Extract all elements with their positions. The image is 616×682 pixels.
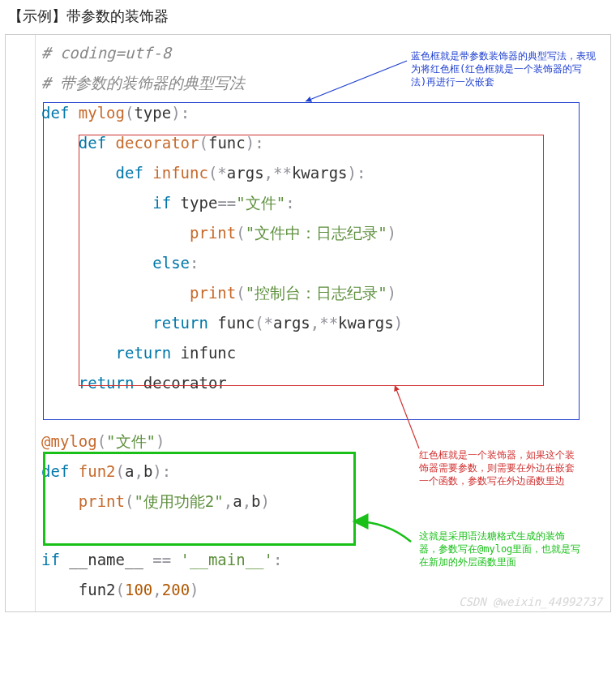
- string: "文件": [236, 194, 285, 212]
- indent: [41, 374, 79, 392]
- punct: ,**: [264, 164, 292, 182]
- code-line: 4 def decorator(func):: [6, 128, 610, 158]
- punct: ):: [171, 104, 190, 122]
- punct: (*: [208, 164, 227, 182]
- param: args: [273, 314, 310, 332]
- indent: [41, 492, 79, 510]
- code-line: 8 else:: [6, 248, 610, 278]
- punct: ):: [246, 134, 264, 152]
- code-lines: 1 # coding=utf-8 2 # 带参数的装饰器的典型写法 3 def …: [6, 35, 610, 611]
- punct: :: [190, 254, 199, 272]
- punct: (: [97, 432, 106, 450]
- punct: ): [190, 581, 199, 598]
- ident: func: [217, 314, 255, 332]
- punct: ):: [348, 164, 366, 182]
- punct: ,: [224, 492, 233, 510]
- indent: [41, 164, 116, 182]
- string: "使用功能2": [134, 492, 223, 510]
- param: a: [125, 462, 134, 480]
- kw: else: [152, 254, 190, 272]
- punct: ):: [152, 462, 171, 480]
- code-line: 18 if __name__ == '__main__':: [6, 545, 610, 575]
- kw: return: [116, 344, 181, 362]
- punct: :: [285, 194, 294, 212]
- kw: def: [79, 134, 116, 152]
- indent: [41, 224, 190, 242]
- ident: fun2: [79, 581, 116, 598]
- indent: [41, 134, 79, 152]
- indent: [41, 344, 116, 362]
- kw: return: [79, 374, 143, 392]
- string: "控制台：日志纪录": [246, 284, 387, 302]
- indent: [41, 254, 152, 272]
- ident: infunc: [152, 164, 208, 182]
- kw: def: [41, 104, 79, 122]
- param: args: [227, 164, 264, 182]
- punct: (*: [255, 314, 273, 332]
- punct: ): [387, 284, 396, 302]
- punct: ,: [134, 462, 143, 480]
- punct: (: [199, 134, 207, 152]
- kw: if: [152, 194, 180, 212]
- ident: print: [190, 284, 236, 302]
- param: func: [208, 134, 246, 152]
- code-line: 15 def fun2(a,b):: [6, 457, 610, 487]
- number: 200: [162, 581, 190, 598]
- code-line: 9 print("控制台：日志纪录"): [6, 278, 610, 308]
- kw: return: [152, 314, 217, 332]
- ident: decorator: [143, 374, 227, 392]
- comment: # coding=utf-8: [41, 44, 171, 62]
- param: b: [251, 492, 260, 510]
- gutter: [6, 35, 36, 611]
- param: kwargs: [292, 164, 348, 182]
- string: '__main__': [181, 551, 273, 568]
- param: a: [233, 492, 242, 510]
- decorator: @mylog: [41, 432, 97, 450]
- code-line: 10 return func(*args,**kwargs): [6, 308, 610, 338]
- punct: ): [156, 432, 165, 450]
- indent: [41, 194, 152, 212]
- code-line: 5 def infunc(*args,**kwargs):: [6, 158, 610, 188]
- op: ==: [217, 194, 236, 212]
- page-title: 【示例】带参数的装饰器: [0, 0, 616, 34]
- punct: (: [116, 581, 125, 598]
- code-block: 1 # coding=utf-8 2 # 带参数的装饰器的典型写法 3 def …: [5, 34, 611, 612]
- comment: # 带参数的装饰器的典型写法: [41, 74, 245, 92]
- punct: (: [236, 224, 245, 242]
- string: "文件中：日志纪录": [246, 224, 387, 242]
- ident: print: [190, 224, 236, 242]
- kw: def: [41, 462, 79, 480]
- punct: (: [236, 284, 245, 302]
- ident: type: [181, 194, 218, 212]
- ident: __name__: [69, 551, 143, 568]
- punct: :: [273, 551, 282, 568]
- op: ==: [143, 551, 181, 568]
- number: 100: [125, 581, 152, 598]
- punct: (: [125, 104, 134, 122]
- code-line: 17: [6, 517, 610, 545]
- indent: [41, 284, 190, 302]
- code-line: 7 print("文件中：日志纪录"): [6, 218, 610, 248]
- param: b: [143, 462, 152, 480]
- punct: ): [394, 314, 403, 332]
- code-line: 14 @mylog("文件"): [6, 427, 610, 457]
- code-line: 13: [6, 398, 610, 427]
- punct: (: [125, 492, 134, 510]
- indent: [41, 314, 152, 332]
- punct: (: [116, 462, 125, 480]
- code-line: 3 def mylog(type):: [6, 98, 610, 128]
- ident: print: [79, 492, 125, 510]
- code-line: 16 print("使用功能2",a,b): [6, 487, 610, 517]
- punct: ): [387, 224, 396, 242]
- code-line: 11 return infunc: [6, 338, 610, 368]
- ident: decorator: [116, 134, 199, 152]
- ident: mylog: [79, 104, 125, 122]
- kw: if: [41, 551, 69, 568]
- code-line: 1 # coding=utf-8: [6, 38, 610, 68]
- ident: infunc: [181, 344, 237, 362]
- param: kwargs: [338, 314, 394, 332]
- punct: ,: [242, 492, 251, 510]
- indent: [41, 581, 79, 598]
- string: "文件": [106, 432, 156, 450]
- code-line: 6 if type=="文件":: [6, 188, 610, 218]
